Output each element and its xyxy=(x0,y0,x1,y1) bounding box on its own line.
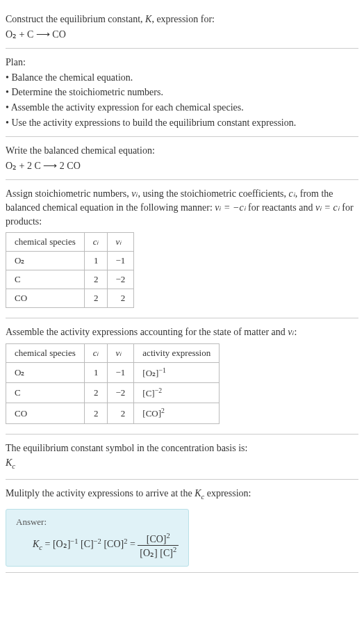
answer-label: Answer: xyxy=(16,517,179,528)
plan-title: Plan: xyxy=(6,56,358,70)
table-row: O₂ 1 −1 [O₂]−1 xyxy=(6,362,220,382)
table-row: O₂ 1 −1 xyxy=(6,252,134,270)
balanced-title: Write the balanced chemical equation: xyxy=(6,144,358,158)
header-ci: cᵢ xyxy=(84,343,107,362)
answer-box: Answer: Kc = [O₂]−1 [C]−2 [CO]2 = [CO]2[… xyxy=(6,509,189,566)
plan-bullet-1: • Balance the chemical equation. xyxy=(6,71,358,85)
stoich-section: Assign stoichiometric numbers, νᵢ, using… xyxy=(6,180,358,318)
activity-title: Assemble the activity expressions accoun… xyxy=(6,325,358,339)
plan-bullet-4: • Use the activity expressions to build … xyxy=(6,116,358,130)
table-row: C 2 −2 [C]−2 xyxy=(6,383,220,403)
stoich-text: Assign stoichiometric numbers, νᵢ, using… xyxy=(6,187,358,228)
intro-k: K xyxy=(145,14,151,24)
multiply-line: Mulitply the activity expressions to arr… xyxy=(6,487,358,502)
table-row: C 2 −2 xyxy=(6,270,134,289)
answer-equation: Kc = [O₂]−1 [C]−2 [CO]2 = [CO]2[O₂] [C]2 xyxy=(33,532,179,558)
balanced-section: Write the balanced chemical equation: O₂… xyxy=(6,137,358,180)
symbol-line: The equilibrium constant symbol in the c… xyxy=(6,441,358,455)
table-header-row: chemical species cᵢ νᵢ activity expressi… xyxy=(6,343,220,362)
intro-line: Construct the equilibrium constant, K, e… xyxy=(6,13,358,26)
kc-symbol: Kc xyxy=(6,456,358,471)
plan-bullet-2: • Determine the stoichiometric numbers. xyxy=(6,86,358,99)
intro-section: Construct the equilibrium constant, K, e… xyxy=(6,6,358,49)
table-header-row: chemical species cᵢ νᵢ xyxy=(6,233,134,252)
table-row: CO 2 2 xyxy=(6,289,134,308)
symbol-section: The equilibrium constant symbol in the c… xyxy=(6,435,358,480)
plan-bullet-3: • Assemble the activity expression for e… xyxy=(6,101,358,115)
stoich-table: chemical species cᵢ νᵢ O₂ 1 −1 C 2 −2 CO… xyxy=(6,232,134,308)
unbalanced-equation: O₂ + C ⟶ CO xyxy=(6,28,358,42)
table-row: CO 2 2 [CO]2 xyxy=(6,403,220,423)
intro-text: Construct the equilibrium constant, xyxy=(6,14,145,24)
header-species: chemical species xyxy=(6,233,85,252)
fraction: [CO]2[O₂] [C]2 xyxy=(138,532,179,558)
header-nu: νᵢ xyxy=(107,233,134,252)
header-species: chemical species xyxy=(6,343,85,362)
multiply-section: Mulitply the activity expressions to arr… xyxy=(6,480,358,573)
header-nu: νᵢ xyxy=(107,343,134,362)
header-expr: activity expression xyxy=(134,343,220,362)
balanced-equation: O₂ + 2 C ⟶ 2 CO xyxy=(6,159,358,173)
header-ci: cᵢ xyxy=(84,233,107,252)
activity-table: chemical species cᵢ νᵢ activity expressi… xyxy=(6,343,220,424)
activity-section: Assemble the activity expressions accoun… xyxy=(6,318,358,435)
plan-section: Plan: • Balance the chemical equation. •… xyxy=(6,49,358,137)
intro-text-b: , expression for: xyxy=(151,14,215,24)
